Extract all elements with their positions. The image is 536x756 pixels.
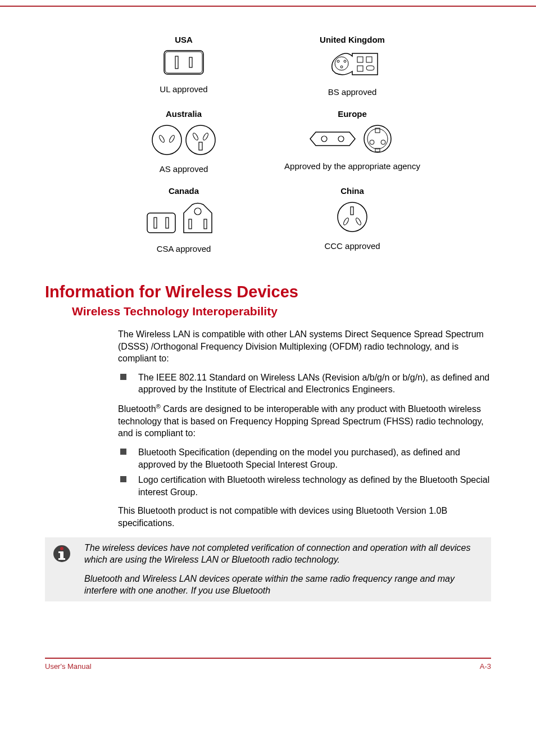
svg-rect-11 [366, 66, 374, 70]
svg-rect-31 [189, 219, 192, 229]
plug-caption: CCC approved [279, 241, 425, 251]
plug-cell-usa: USA UL approved [111, 35, 257, 103]
plug-country-label: Europe [279, 109, 425, 119]
plug-country-label: Australia [111, 109, 257, 119]
plug-cell-china: China CCC approved [279, 186, 425, 260]
plug-country-label: USA [111, 35, 257, 44]
svg-point-12 [152, 125, 181, 155]
svg-rect-32 [204, 219, 207, 229]
plug-china-icon [279, 199, 425, 238]
plug-cell-australia: Australia AS approved [111, 109, 257, 180]
svg-point-30 [194, 208, 201, 215]
svg-rect-29 [166, 218, 169, 228]
list-item: The IEEE 802.11 Standard on Wireless LAN… [118, 372, 491, 396]
note-paragraph: Bluetooth and Wireless LAN devices opera… [84, 573, 485, 597]
paragraph: The Wireless LAN is compatible with othe… [118, 328, 491, 365]
plug-uk-icon [279, 48, 425, 84]
svg-rect-9 [366, 57, 372, 62]
plug-usa-icon [111, 48, 257, 81]
plug-caption: AS approved [111, 164, 257, 174]
note-paragraph: The wireless devices have not completed … [84, 542, 485, 566]
svg-point-36 [355, 217, 362, 225]
svg-point-13 [158, 134, 165, 143]
plug-cell-uk: United Kingdom BS approved [279, 35, 425, 103]
body-text-block: The Wireless LAN is compatible with othe… [118, 328, 491, 529]
list-item: Bluetooth Specification (depending on th… [118, 446, 491, 470]
svg-point-20 [338, 136, 344, 142]
svg-point-24 [381, 140, 385, 144]
svg-rect-10 [357, 66, 363, 71]
info-note-box: The wireless devices have not completed … [45, 537, 491, 601]
footer-page-number: A-3 [480, 662, 491, 671]
list-item: Logo certification with Bluetooth wirele… [118, 474, 491, 498]
plug-caption: Approved by the appropriate agency [279, 161, 425, 171]
plug-australia-icon [111, 122, 257, 161]
svg-point-7 [340, 66, 343, 68]
plug-table: USA UL approved United Kingdom [111, 35, 425, 260]
svg-rect-27 [147, 213, 175, 233]
plug-cell-europe: Europe Approved by the appropriate agenc… [279, 109, 425, 180]
plug-caption: CSA approved [111, 244, 257, 253]
svg-rect-18 [199, 142, 202, 150]
svg-rect-0 [164, 51, 203, 74]
note-content: The wireless devices have not completed … [79, 542, 485, 597]
svg-point-35 [343, 217, 349, 225]
svg-point-23 [370, 140, 374, 144]
svg-point-5 [337, 60, 339, 62]
plug-caption: BS approved [279, 87, 425, 97]
svg-point-16 [192, 132, 199, 141]
plug-canada-icon [111, 199, 257, 241]
plug-cell-canada: Canada CSA approved [111, 186, 257, 260]
svg-point-22 [367, 129, 388, 149]
plug-country-label: China [279, 186, 425, 196]
plug-europe-icon [279, 122, 425, 158]
paragraph: Bluetooth® Cards are designed to be inte… [118, 402, 491, 440]
plug-country-label: United Kingdom [279, 35, 425, 44]
svg-rect-28 [154, 218, 157, 228]
svg-point-17 [202, 132, 209, 141]
svg-point-38 [60, 547, 63, 550]
plug-country-label: Canada [111, 186, 257, 196]
svg-rect-2 [175, 56, 178, 69]
svg-rect-40 [58, 551, 62, 553]
paragraph: This Bluetooth product is not compatible… [118, 505, 491, 529]
subheading-wireless-interop: Wireless Technology Interoperability [72, 305, 491, 318]
info-icon [45, 542, 79, 563]
svg-rect-1 [165, 52, 202, 73]
svg-rect-3 [189, 57, 192, 67]
heading-information-wireless: Information for Wireless Devices [45, 283, 491, 301]
svg-point-19 [321, 136, 327, 142]
bullet-list: The IEEE 802.11 Standard on Wireless LAN… [118, 372, 491, 396]
svg-rect-41 [58, 558, 65, 560]
svg-point-14 [169, 134, 175, 143]
footer-title: User's Manual [45, 662, 92, 671]
bullet-list: Bluetooth Specification (depending on th… [118, 446, 491, 498]
svg-rect-34 [351, 207, 353, 215]
svg-point-6 [344, 60, 346, 62]
page-content: USA UL approved United Kingdom [0, 6, 536, 693]
plug-caption: UL approved [111, 84, 257, 94]
page-footer: User's Manual A-3 [45, 658, 491, 671]
svg-rect-8 [357, 57, 363, 62]
